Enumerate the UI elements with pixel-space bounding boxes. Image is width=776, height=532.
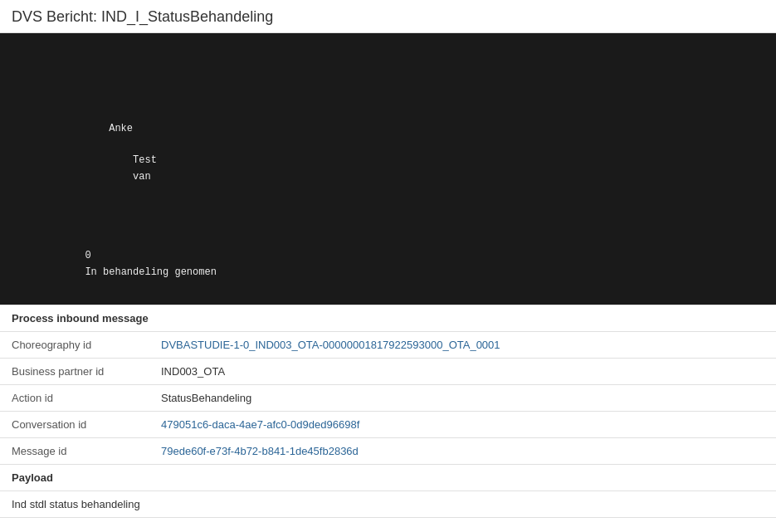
table-row: Conversation id479051c6-daca-4ae7-afc0-0… [0,412,776,438]
section-process-header: Process inbound message [0,305,776,332]
table-row: Action idStatusBehandeling [0,385,776,412]
xml-line [13,105,763,121]
field-value: 79ede60f-e73f-4b72-b841-1de45fb2836d [149,438,776,465]
page-title: DVS Bericht: IND_I_StatusBehandeling [0,0,776,33]
xml-line [13,73,763,89]
xml-line [13,201,763,217]
xml-line [13,185,763,201]
xml-line: Anke [13,121,763,137]
xml-line [13,217,763,232]
field-label: Message id [0,438,149,465]
xml-line: Test [13,153,763,168]
info-table: Process inbound messageChoreography idDV… [0,305,776,518]
field-label: Conversation id [0,412,149,438]
field-label: Choreography id [0,332,149,359]
table-row: Choreography idDVBASTUDIE-1-0_IND003_OTA… [0,332,776,359]
field-label: Action id [0,385,149,412]
xml-line: 0 [13,248,763,264]
field-label: Business partner id [0,359,149,385]
xml-viewer: Anke Test van 0 In behandeling genomen [0,33,776,305]
section-payload-header: Payload [0,465,776,491]
field-value: IND003_OTA [149,359,776,385]
table-row: Business partner idIND003_OTA [0,359,776,385]
field-value: DVBASTUDIE-1-0_IND003_OTA-00000001817922… [149,332,776,359]
field-value: StatusBehandeling [149,385,776,412]
xml-line [13,137,763,153]
xml-line [13,281,763,296]
xml-line [13,90,763,105]
xml-line: In behandeling genomen [13,265,763,281]
payload-row: Ind stdl status behandeling [0,491,776,518]
xml-line [13,57,763,73]
table-row: Message id79ede60f-e73f-4b72-b841-1de45f… [0,438,776,465]
payload-label: Ind stdl status behandeling [0,491,776,518]
xml-line [13,41,763,57]
field-value: 479051c6-daca-4ae7-afc0-0d9ded96698f [149,412,776,438]
xml-line: van [13,169,763,185]
xml-line [13,232,763,248]
